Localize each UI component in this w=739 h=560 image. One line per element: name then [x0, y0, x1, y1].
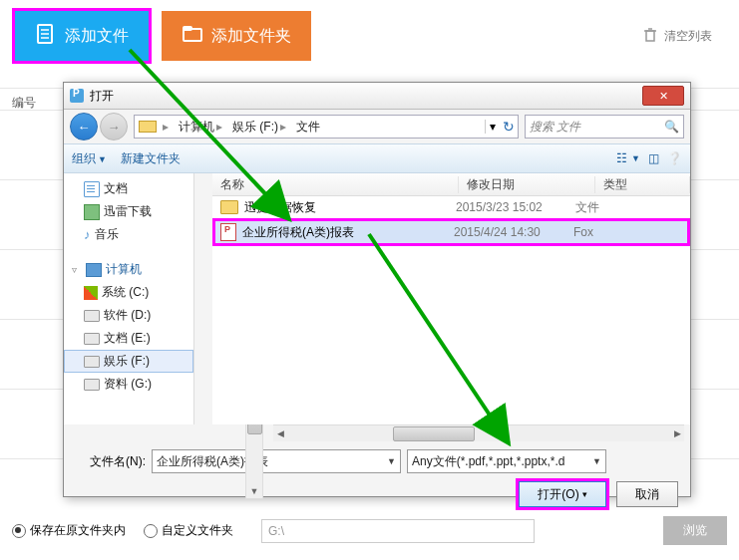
harddrive-icon — [84, 379, 100, 391]
organize-menu[interactable]: 组织▼ — [72, 150, 107, 167]
address-bar[interactable]: ▸ 计算机▸ 娱乐 (F:)▸ 文件 ▾ ↻ — [134, 115, 519, 139]
tree-documents[interactable]: 文档 — [64, 177, 193, 200]
scroll-thumb-h[interactable] — [393, 426, 475, 441]
search-placeholder: 搜索 文件 — [530, 119, 580, 136]
file-icon — [35, 23, 57, 49]
dialog-titlebar[interactable]: 打开 ✕ — [64, 83, 690, 110]
chevron-down-icon[interactable]: ▾ — [490, 120, 496, 134]
folder-icon — [220, 200, 238, 214]
tree-drive-f[interactable]: 娱乐 (F:) — [64, 350, 193, 373]
open-button[interactable]: 打开(O) ▾ — [519, 481, 606, 507]
new-folder-button[interactable]: 新建文件夹 — [121, 150, 181, 167]
view-mode-button[interactable]: ☷▼ — [616, 151, 640, 165]
help-icon: ❔ — [667, 151, 682, 165]
folder-icon — [182, 23, 203, 49]
output-path-input[interactable]: G:\ — [261, 519, 535, 543]
tree-drive-c[interactable]: 系统 (C:) — [64, 281, 193, 304]
browse-button[interactable]: 浏览 — [663, 516, 727, 545]
open-file-dialog: 打开 ✕ ← → ▸ 计算机▸ 娱乐 (F:)▸ 文件 ▾ ↻ 搜索 文件 🔍 … — [63, 82, 691, 497]
tree-drive-g[interactable]: 资料 (G:) — [64, 373, 193, 396]
list-item[interactable]: 迅捷数据恢复 2015/3/23 15:02 文件 — [212, 196, 690, 218]
music-icon: ♪ — [84, 227, 91, 242]
computer-icon — [86, 263, 102, 277]
harddrive-icon — [84, 333, 100, 345]
scroll-down-icon[interactable]: ▼ — [246, 484, 262, 498]
filename-label: 文件名(N): — [76, 453, 146, 470]
nav-forward-button[interactable]: → — [100, 113, 128, 140]
trash-icon — [642, 27, 658, 46]
document-icon — [84, 181, 100, 197]
windows-icon — [84, 286, 98, 300]
tree-music[interactable]: ♪音乐 — [64, 223, 193, 246]
crumb-drive[interactable]: 娱乐 (F:) — [232, 119, 278, 136]
crumb-folder[interactable]: 文件 — [296, 119, 320, 136]
pdf-icon — [220, 223, 236, 241]
preview-icon: ◫ — [648, 151, 659, 165]
radio-on-icon — [12, 524, 26, 538]
tree-download[interactable]: 迅雷下载 — [64, 200, 193, 223]
tree-drive-d[interactable]: 软件 (D:) — [64, 304, 193, 327]
preview-pane-button[interactable]: ◫ — [648, 151, 659, 165]
close-button[interactable]: ✕ — [642, 86, 684, 106]
clear-list-button[interactable]: 清空列表 — [642, 27, 712, 46]
nav-back-button[interactable]: ← — [70, 113, 98, 140]
refresh-button[interactable]: ↻ — [500, 118, 518, 136]
clear-list-label: 清空列表 — [664, 28, 712, 45]
chevron-down-icon[interactable]: ▼ — [592, 456, 601, 466]
arrow-left-icon: ← — [78, 120, 91, 135]
file-list: 名称 修改日期 类型 迅捷数据恢复 2015/3/23 15:02 文件 企业所… — [212, 173, 690, 424]
save-in-source-radio[interactable]: 保存在原文件夹内 — [12, 522, 126, 539]
close-icon: ✕ — [659, 90, 668, 103]
add-folder-button[interactable]: 添加文件夹 — [162, 11, 311, 61]
view-icon: ☷ — [616, 151, 627, 165]
file-filter-select[interactable]: Any文件(*.pdf,*.ppt,*.pptx,*.d▼ — [407, 449, 606, 473]
help-button[interactable]: ❔ — [667, 151, 682, 165]
custom-folder-radio[interactable]: 自定义文件夹 — [144, 522, 233, 539]
folder-tree: 文档 迅雷下载 ♪音乐 ▿计算机 系统 (C:) 软件 (D:) 文档 (E:)… — [64, 173, 194, 424]
chevron-down-icon[interactable]: ▼ — [387, 456, 396, 466]
split-arrow-icon: ▾ — [582, 489, 587, 499]
crumb-computer[interactable]: 计算机 — [179, 119, 214, 136]
svg-rect-6 — [646, 31, 654, 41]
add-file-button[interactable]: 添加文件 — [12, 8, 152, 64]
list-h-scrollbar[interactable]: ◀ ▶ — [273, 424, 684, 441]
col-name[interactable]: 名称 — [212, 176, 459, 193]
list-item-selected[interactable]: 企业所得税(A类)报表 2015/4/24 14:30 Fox — [212, 218, 690, 246]
tree-drive-e[interactable]: 文档 (E:) — [64, 327, 193, 350]
arrow-right-icon: → — [108, 120, 121, 135]
cancel-button[interactable]: 取消 — [616, 481, 678, 507]
dialog-title: 打开 — [90, 88, 114, 105]
column-number-header: 编号 — [12, 95, 36, 112]
filename-input[interactable]: 企业所得税(A类)报表▼ — [152, 449, 401, 473]
col-date[interactable]: 修改日期 — [459, 176, 595, 193]
scroll-left-icon[interactable]: ◀ — [273, 425, 287, 440]
download-icon — [84, 204, 100, 220]
refresh-icon: ↻ — [503, 119, 515, 135]
search-input[interactable]: 搜索 文件 🔍 — [525, 115, 684, 139]
tree-computer[interactable]: ▿计算机 — [64, 258, 193, 281]
app-icon — [70, 89, 84, 103]
harddrive-icon — [84, 356, 100, 368]
search-icon: 🔍 — [664, 120, 679, 134]
radio-off-icon — [144, 524, 158, 538]
add-folder-label: 添加文件夹 — [211, 26, 291, 47]
scroll-right-icon[interactable]: ▶ — [670, 425, 684, 440]
add-file-label: 添加文件 — [65, 26, 129, 47]
harddrive-icon — [84, 310, 100, 322]
col-type[interactable]: 类型 — [595, 176, 690, 193]
drive-icon — [139, 121, 157, 133]
